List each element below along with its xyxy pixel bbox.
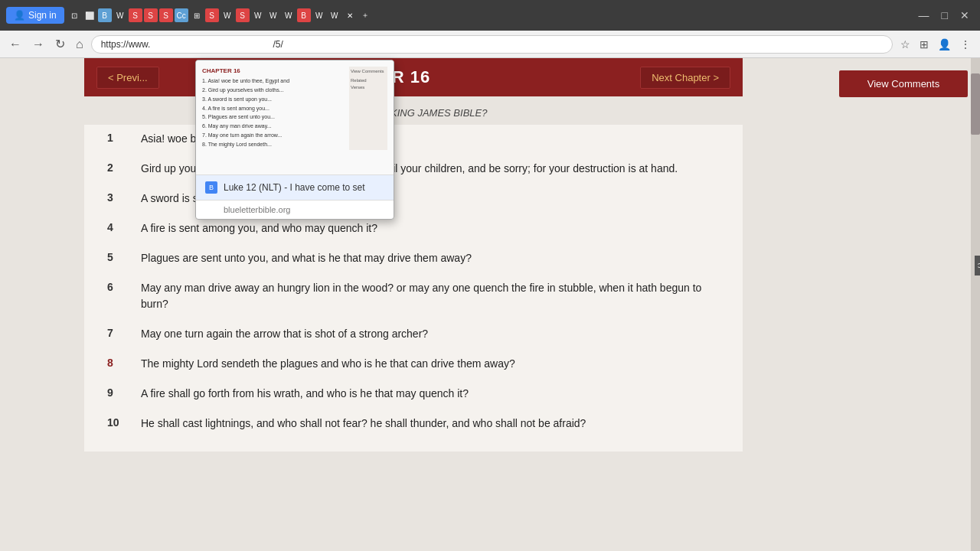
main-content: < Previ... TER 16 Next Chapter > WITH TH… xyxy=(84,58,743,551)
user-icon: 👤 xyxy=(14,10,25,21)
tab-icon-13[interactable]: W xyxy=(251,8,265,22)
scrollbar-thumb[interactable] xyxy=(971,73,980,135)
preview-line-6: 5. Plagues are sent unto you... xyxy=(202,113,346,121)
window-controls: — □ ✕ xyxy=(914,8,974,23)
autocomplete-preview-panel: CHAPTER 16 1. Asia! woe be unto thee, Eg… xyxy=(196,60,394,175)
verse-number-9: 9 xyxy=(107,386,129,399)
tab-icon-9[interactable]: ⊞ xyxy=(190,8,204,22)
verse-list: 1 Asia! woe be unto thee, Egypt and 2 Gi… xyxy=(84,125,743,452)
autocomplete-suggestion-item[interactable]: B Luke 12 (NLT) - I have come to set xyxy=(196,175,394,201)
minimize-button[interactable]: — xyxy=(914,8,934,23)
tab-icon-2[interactable]: ⬜ xyxy=(83,8,96,22)
menu-button[interactable]: ⋮ xyxy=(957,37,974,52)
page-content: < Previ... TER 16 Next Chapter > WITH TH… xyxy=(0,58,980,551)
verse-number-7: 7 xyxy=(107,326,129,339)
verse-number-10: 10 xyxy=(107,416,129,429)
verse-number-1: 1 xyxy=(107,131,129,144)
verse-number-4: 4 xyxy=(107,220,129,233)
next-chapter-button[interactable]: Next Chapter > xyxy=(640,67,730,89)
chapter-header: < Previ... TER 16 Next Chapter > xyxy=(84,58,743,96)
address-input[interactable] xyxy=(91,35,893,54)
bookmark-button[interactable]: ☆ xyxy=(897,37,913,52)
verse-item-10: 10 He shall cast lightnings, and who sha… xyxy=(107,416,720,432)
sign-in-button[interactable]: 👤 Sign in xyxy=(6,7,64,24)
prev-chapter-button[interactable]: < Previ... xyxy=(96,67,159,89)
verse-item-8: 8 The mighty Lord sendeth the plagues an… xyxy=(107,356,720,372)
verse-text-8: The mighty Lord sendeth the plagues and … xyxy=(141,356,515,372)
preview-line-7: 6. May any man drive away... xyxy=(202,122,346,130)
tab-icon-14[interactable]: W xyxy=(266,8,280,22)
tab-icon-4[interactable]: W xyxy=(113,8,127,22)
preview-line-5: 4. A fire is sent among you... xyxy=(202,105,346,112)
home-button[interactable]: ⌂ xyxy=(73,36,87,53)
verse-number-3: 3 xyxy=(107,191,129,204)
preview-sidebar-2: Related xyxy=(351,77,386,83)
verse-number-6: 6 xyxy=(107,280,129,293)
tab-icon-15[interactable]: W xyxy=(282,8,296,22)
verse-number-5: 5 xyxy=(107,250,129,263)
profile-button[interactable]: 👤 xyxy=(935,37,954,52)
preview-line-2: 1. Asia! woe be unto thee, Egypt and xyxy=(202,77,346,85)
close-button[interactable]: ✕ xyxy=(956,8,974,23)
tab-icon-8[interactable]: Cc xyxy=(175,8,188,22)
tab-icon-17[interactable]: W xyxy=(312,8,326,22)
autocomplete-popup: CHAPTER 16 1. Asia! woe be unto thee, Eg… xyxy=(195,60,394,220)
back-button[interactable]: ← xyxy=(6,36,24,53)
verse-item-4: 4 A fire is sent among you, and who may … xyxy=(107,220,720,236)
address-bar-row: ← → ↻ ⌂ ☆ ⊞ 👤 ⋮ xyxy=(0,31,980,58)
verse-item-9: 9 A fire shall go forth from his wrath, … xyxy=(107,386,720,402)
preview-sidebar-1: View Comments xyxy=(351,68,386,74)
verse-text-9: A fire shall go forth from his wrath, an… xyxy=(141,386,469,402)
tab-icon-10[interactable]: S xyxy=(205,8,219,22)
verse-text-4: A fire is sent among you, and who may qu… xyxy=(141,220,377,236)
preview-sidebar-3: Verses xyxy=(351,84,386,90)
tab-icon-16[interactable]: B xyxy=(297,8,311,22)
suggestion-domain: blueletterbible.org xyxy=(196,201,394,219)
verse-number-2: 2 xyxy=(107,161,129,174)
tab-icon-7[interactable]: S xyxy=(159,8,173,22)
preview-line-3: 2. Gird up yourselves with cloths... xyxy=(202,86,346,94)
browser-tabs: ⊡ ⬜ B W S S S Cc ⊞ S W S W W W B W W ✕ ＋ xyxy=(67,8,905,22)
preview-line-4: 3. A sword is sent upon you... xyxy=(202,96,346,103)
refresh-button[interactable]: ↻ xyxy=(52,35,68,53)
scrollbar[interactable] xyxy=(971,58,980,551)
tab-icon-5[interactable]: S xyxy=(129,8,142,22)
verse-text-7: May one turn again the arrow that is sho… xyxy=(141,326,428,342)
forward-button[interactable]: → xyxy=(29,36,47,53)
tab-icon-11[interactable]: W xyxy=(220,8,234,22)
tab-icon-12[interactable]: S xyxy=(236,8,250,22)
maximize-button[interactable]: □ xyxy=(937,8,952,23)
toolbar-icons: ☆ ⊞ 👤 ⋮ xyxy=(897,37,974,52)
preview-line-9: 8. The mighty Lord sendeth... xyxy=(202,141,346,148)
right-sidebar: View Comments xyxy=(827,58,980,551)
subtitle-text: WITH THE KING JAMES BIBLE? xyxy=(100,107,727,119)
verse-text-10: He shall cast lightnings, and who shall … xyxy=(141,416,586,432)
browser-chrome: 👤 Sign in ⊡ ⬜ B W S S S Cc ⊞ S W S W W W… xyxy=(0,0,980,31)
screentab-label: SCREENTEC xyxy=(975,256,980,276)
preview-line-8: 7. May one turn again the arrow... xyxy=(202,132,346,139)
tab-icon-new[interactable]: ＋ xyxy=(358,8,372,22)
preview-line-1: CHAPTER 16 xyxy=(202,67,346,75)
view-comments-button[interactable]: View Comments xyxy=(839,70,968,97)
verse-item-6: 6 May any man drive away an hungry lion … xyxy=(107,280,720,312)
tab-icon-3[interactable]: B xyxy=(98,8,112,22)
suggestion-text: Luke 12 (NLT) - I have come to set xyxy=(224,182,365,193)
suggestion-favicon: B xyxy=(205,181,217,194)
verse-text-5: Plagues are sent unto you, and what is h… xyxy=(141,250,472,266)
tab-icon-18[interactable]: W xyxy=(328,8,341,22)
subtitle-bar: WITH THE KING JAMES BIBLE? xyxy=(84,96,743,125)
preview-content: CHAPTER 16 1. Asia! woe be unto thee, Eg… xyxy=(196,60,394,156)
extensions-button[interactable]: ⊞ xyxy=(916,37,932,52)
verse-text-6: May any man drive away an hungry lion in… xyxy=(141,280,720,312)
tab-icon-6[interactable]: S xyxy=(144,8,158,22)
tab-icon-close[interactable]: ✕ xyxy=(343,8,357,22)
verse-number-8: 8 xyxy=(107,356,129,369)
verse-item-5: 5 Plagues are sent unto you, and what is… xyxy=(107,250,720,266)
tab-icon-1[interactable]: ⊡ xyxy=(67,8,81,22)
verse-item-7: 7 May one turn again the arrow that is s… xyxy=(107,326,720,342)
